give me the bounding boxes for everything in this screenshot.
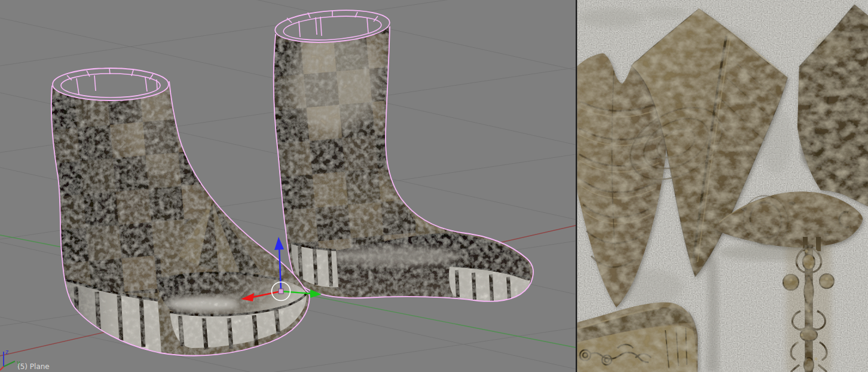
- gizmo-center-dot: [279, 289, 283, 294]
- status-object-name: (5) Plane: [17, 362, 50, 371]
- panel-divider[interactable]: [576, 0, 577, 372]
- mini-axis-z-label: z: [5, 349, 8, 355]
- uv-image-editor[interactable]: [576, 0, 868, 372]
- app-window: z y (5) Plane: [0, 0, 868, 372]
- panel-divider-highlight: [577, 0, 577, 372]
- uv-piece-filigree-column: [783, 244, 834, 372]
- viewport-3d[interactable]: z y (5) Plane: [0, 0, 576, 372]
- boot-left-rim-wireframe: [53, 68, 169, 100]
